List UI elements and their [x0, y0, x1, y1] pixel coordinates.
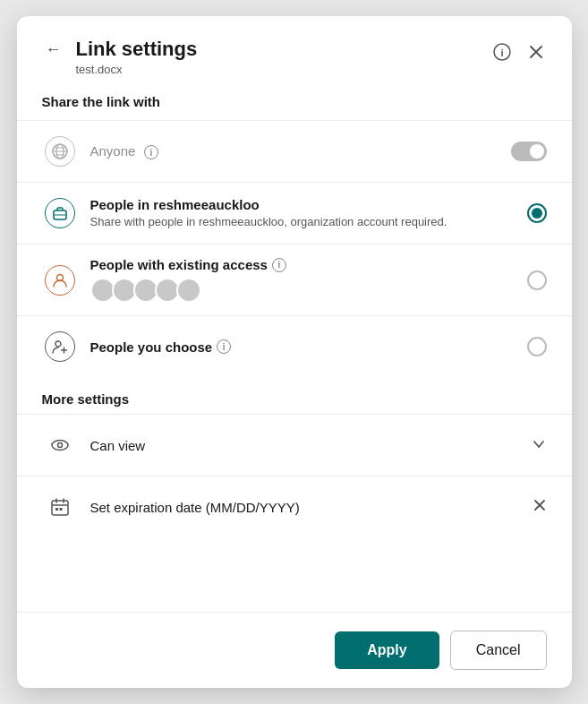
person-add-icon [51, 338, 69, 356]
permissions-row[interactable]: Can view [17, 414, 572, 476]
svg-text:i: i [500, 47, 503, 58]
choose-info-icon[interactable]: i [217, 339, 231, 354]
svg-rect-22 [59, 508, 62, 511]
choose-icon-wrap [42, 329, 78, 365]
option-existing[interactable]: People with existing access i [17, 244, 572, 315]
back-button[interactable]: ← [42, 41, 65, 57]
permissions-dropdown-icon[interactable] [531, 435, 547, 456]
anyone-info-icon[interactable]: i [144, 145, 158, 159]
existing-icon [45, 265, 75, 296]
svg-point-12 [55, 341, 61, 347]
dialog-subtitle: test.docx [76, 63, 198, 76]
header-left: ← Link settings test.docx [42, 38, 198, 76]
option-org[interactable]: People in reshmeeauckloo Share with peop… [17, 182, 572, 244]
anyone-toggle[interactable] [511, 142, 547, 161]
anyone-title: Anyone [90, 143, 136, 159]
existing-title: People with existing access [90, 257, 268, 272]
clear-icon [533, 498, 547, 512]
header-actions: i [491, 41, 547, 63]
avatar-group [90, 278, 515, 303]
choose-title: People you choose [90, 339, 213, 355]
expiration-icon-wrap [42, 489, 78, 525]
org-icon-wrap [42, 195, 78, 231]
calendar-icon [50, 497, 70, 517]
existing-content: People with existing access i [90, 257, 515, 303]
person-icon [51, 271, 69, 289]
choose-radio[interactable] [527, 337, 547, 356]
org-icon [45, 198, 75, 228]
existing-info-icon[interactable]: i [272, 258, 286, 272]
anyone-icon [45, 136, 75, 167]
svg-point-15 [52, 441, 68, 451]
existing-radio[interactable] [527, 270, 547, 290]
permissions-icon-wrap [42, 427, 78, 463]
share-section-label: Share the link with [17, 87, 572, 120]
dialog-header: ← Link settings test.docx i [17, 16, 572, 87]
more-settings-label: More settings [17, 377, 572, 414]
header-title-block: Link settings test.docx [76, 38, 198, 76]
close-icon [527, 43, 545, 61]
close-button[interactable] [525, 41, 547, 63]
option-anyone[interactable]: Anyone i [17, 120, 572, 182]
existing-icon-wrap [42, 262, 78, 298]
eye-icon [50, 435, 70, 455]
expiration-label: Set expiration date (MM/DD/YYYY) [90, 500, 520, 515]
expiration-row[interactable]: Set expiration date (MM/DD/YYYY) [17, 476, 572, 537]
choose-content: People you choose i [90, 339, 515, 355]
chevron-down-icon [531, 435, 547, 451]
svg-point-16 [57, 443, 62, 448]
link-settings-dialog: ← Link settings test.docx i Shar [17, 16, 572, 688]
org-title: People in reshmeeauckloo [90, 197, 515, 212]
permissions-label: Can view [90, 438, 518, 453]
option-choose[interactable]: People you choose i [17, 315, 572, 377]
info-button[interactable]: i [491, 41, 513, 63]
info-icon: i [493, 43, 511, 61]
anyone-icon-wrap [42, 133, 78, 169]
avatar-5 [176, 278, 201, 303]
expiration-clear-icon[interactable] [533, 498, 547, 517]
org-desc: Share with people in reshmeeauckloo, org… [90, 214, 515, 230]
globe-icon [51, 142, 69, 160]
briefcase-icon [51, 204, 69, 222]
apply-button[interactable]: Apply [335, 631, 439, 669]
org-content: People in reshmeeauckloo Share with peop… [90, 197, 515, 230]
anyone-content: Anyone i [90, 143, 499, 159]
org-radio[interactable] [527, 203, 547, 223]
choose-icon [45, 331, 75, 362]
dialog-title: Link settings [76, 38, 198, 61]
dialog-footer: Apply Cancel [17, 612, 572, 688]
cancel-button[interactable]: Cancel [450, 631, 547, 670]
svg-rect-21 [55, 508, 58, 511]
